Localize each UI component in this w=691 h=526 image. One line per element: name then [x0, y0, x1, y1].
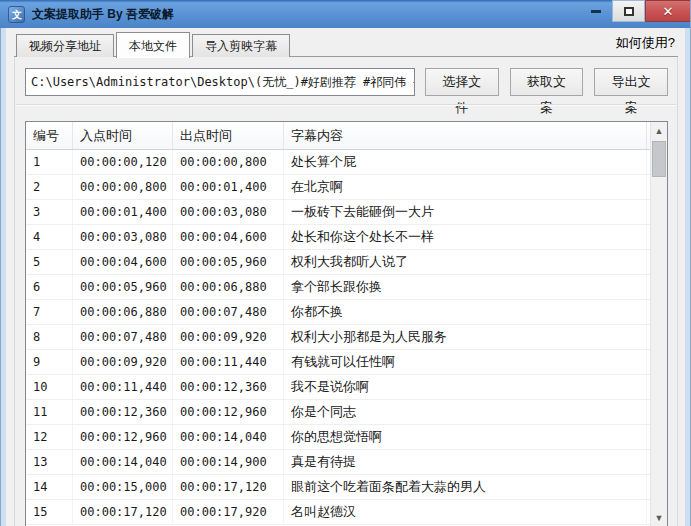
row-index-cell: 13 [26, 450, 73, 474]
maximize-button[interactable] [612, 0, 645, 22]
row-index-cell: 4 [26, 225, 73, 249]
out-time-cell: 00:00:17,920 [173, 500, 284, 524]
table-row[interactable]: 1000:00:11,44000:00:12,360我不是说你啊 [26, 375, 650, 400]
row-index-cell: 10 [26, 375, 73, 399]
out-time-cell: 00:00:04,600 [173, 225, 284, 249]
how-to-use-link[interactable]: 如何使用? [616, 34, 675, 52]
in-time-cell: 00:00:01,400 [73, 200, 173, 224]
out-time-cell: 00:00:12,960 [173, 400, 284, 424]
row-index-cell: 14 [26, 475, 73, 499]
minimize-icon [591, 10, 601, 13]
row-index-cell: 2 [26, 175, 73, 199]
scroll-up-icon[interactable]: ▲ [651, 122, 667, 139]
table-row[interactable]: 100:00:00,12000:00:00,800处长算个屁 [26, 150, 650, 175]
close-button[interactable]: ✕ [645, 0, 691, 22]
local-file-page: C:\Users\Administrator\Desktop\(无忧_)#好剧推… [14, 57, 678, 526]
tab-video-share-url[interactable]: 视频分享地址 [16, 34, 114, 57]
close-icon: ✕ [663, 4, 674, 19]
out-time-cell: 00:00:00,800 [173, 150, 284, 174]
subtitle-text-cell: 眼前这个吃着面条配着大蒜的男人 [284, 475, 647, 499]
table-row[interactable]: 1100:00:12,36000:00:12,960你是个同志 [26, 400, 650, 425]
out-time-cell: 00:00:07,480 [173, 300, 284, 324]
toolbar-separator [16, 104, 676, 106]
out-time-cell: 00:00:03,080 [173, 200, 284, 224]
column-header-out-time[interactable]: 出点时间 [173, 122, 284, 149]
tab-strip: 视频分享地址 本地文件 导入剪映字幕 如何使用? [6, 28, 685, 57]
in-time-cell: 00:00:00,800 [73, 175, 173, 199]
out-time-cell: 00:00:05,960 [173, 250, 284, 274]
table-row[interactable]: 400:00:03,08000:00:04,600处长和你这个处长不一样 [26, 225, 650, 250]
in-time-cell: 00:00:03,080 [73, 225, 173, 249]
in-time-cell: 00:00:00,120 [73, 150, 173, 174]
table-row[interactable]: 500:00:04,60000:00:05,960权利大我都听人说了 [26, 250, 650, 275]
row-index-cell: 5 [26, 250, 73, 274]
table-body: 100:00:00,12000:00:00,800处长算个屁200:00:00,… [26, 150, 650, 526]
table-row[interactable]: 600:00:05,96000:00:06,880拿个部长跟你换 [26, 275, 650, 300]
export-text-button[interactable]: 导出文案 [594, 68, 668, 96]
row-index-cell: 9 [26, 350, 73, 374]
toolbar: C:\Users\Administrator\Desktop\(无忧_)#好剧推… [25, 68, 668, 96]
row-index-cell: 11 [26, 400, 73, 424]
table-row[interactable]: 200:00:00,80000:00:01,400在北京啊 [26, 175, 650, 200]
row-index-cell: 7 [26, 300, 73, 324]
out-time-cell: 00:00:12,360 [173, 375, 284, 399]
in-time-cell: 00:00:06,880 [73, 300, 173, 324]
table-row[interactable]: 1400:00:15,00000:00:17,120眼前这个吃着面条配着大蒜的男… [26, 475, 650, 500]
row-index-cell: 3 [26, 200, 73, 224]
tab-local-file[interactable]: 本地文件 [116, 32, 190, 58]
subtitle-text-cell: 你都不换 [284, 300, 647, 324]
file-path-input[interactable]: C:\Users\Administrator\Desktop\(无忧_)#好剧推… [25, 68, 415, 96]
row-index-cell: 12 [26, 425, 73, 449]
table-row[interactable]: 1500:00:17,12000:00:17,920名叫赵德汉 [26, 500, 650, 525]
subtitle-text-cell: 你是个同志 [284, 400, 647, 424]
row-index-cell: 6 [26, 275, 73, 299]
table-row[interactable]: 700:00:06,88000:00:07,480你都不换 [26, 300, 650, 325]
subtitle-text-cell: 拿个部长跟你换 [284, 275, 647, 299]
out-time-cell: 00:00:09,920 [173, 325, 284, 349]
app-window: 文 文案提取助手 By 吾爱破解 ✕ 视频分享地址 本地文件 导入剪映字幕 如何… [0, 0, 691, 526]
out-time-cell: 00:00:06,880 [173, 275, 284, 299]
table-row[interactable]: 1200:00:12,96000:00:14,040你的思想觉悟啊 [26, 425, 650, 450]
in-time-cell: 00:00:07,480 [73, 325, 173, 349]
subtitle-text-cell: 名叫赵德汉 [284, 500, 647, 524]
scrollbar-thumb[interactable] [652, 141, 666, 177]
subtitle-text-cell: 你的思想觉悟啊 [284, 425, 647, 449]
minimize-button[interactable] [580, 0, 612, 22]
in-time-cell: 00:00:14,040 [73, 450, 173, 474]
in-time-cell: 00:00:12,960 [73, 425, 173, 449]
subtitle-text-cell: 处长和你这个处长不一样 [284, 225, 647, 249]
title-bar[interactable]: 文 文案提取助手 By 吾爱破解 ✕ [0, 0, 691, 28]
subtitle-text-cell: 权利大小那都是为人民服务 [284, 325, 647, 349]
table-header: 编号 入点时间 出点时间 字幕内容 [26, 122, 650, 150]
out-time-cell: 00:00:14,900 [173, 450, 284, 474]
table-row[interactable]: 300:00:01,40000:00:03,080一板砖下去能砸倒一大片 [26, 200, 650, 225]
in-time-cell: 00:00:05,960 [73, 275, 173, 299]
select-file-button[interactable]: 选择文件 [425, 68, 499, 96]
row-index-cell: 15 [26, 500, 73, 524]
scroll-down-icon[interactable]: ▼ [651, 509, 667, 526]
scrollbar-track[interactable] [651, 139, 667, 509]
maximize-icon [624, 7, 634, 16]
vertical-scrollbar[interactable]: ▲ ▼ [650, 122, 667, 526]
table-row[interactable]: 1300:00:14,04000:00:14,900真是有待提 [26, 450, 650, 475]
table-row[interactable]: 800:00:07,48000:00:09,920权利大小那都是为人民服务 [26, 325, 650, 350]
subtitle-table: 编号 入点时间 出点时间 字幕内容 100:00:00,12000:00:00,… [25, 121, 668, 526]
get-text-button[interactable]: 获取文案 [510, 68, 584, 96]
subtitle-text-cell: 有钱就可以任性啊 [284, 350, 647, 374]
window-title: 文案提取助手 By 吾爱破解 [32, 6, 174, 23]
column-header-index[interactable]: 编号 [26, 122, 73, 149]
column-header-in-time[interactable]: 入点时间 [73, 122, 173, 149]
row-index-cell: 8 [26, 325, 73, 349]
subtitle-text-cell: 处长算个屁 [284, 150, 647, 174]
tab-import-jianying-subtitle[interactable]: 导入剪映字幕 [192, 34, 290, 57]
out-time-cell: 00:00:11,440 [173, 350, 284, 374]
in-time-cell: 00:00:17,120 [73, 500, 173, 524]
table-row[interactable]: 900:00:09,92000:00:11,440有钱就可以任性啊 [26, 350, 650, 375]
in-time-cell: 00:00:12,360 [73, 400, 173, 424]
subtitle-text-cell: 在北京啊 [284, 175, 647, 199]
in-time-cell: 00:00:09,920 [73, 350, 173, 374]
subtitle-text-cell: 权利大我都听人说了 [284, 250, 647, 274]
column-header-subtitle[interactable]: 字幕内容 [284, 122, 647, 149]
in-time-cell: 00:00:15,000 [73, 475, 173, 499]
out-time-cell: 00:00:01,400 [173, 175, 284, 199]
